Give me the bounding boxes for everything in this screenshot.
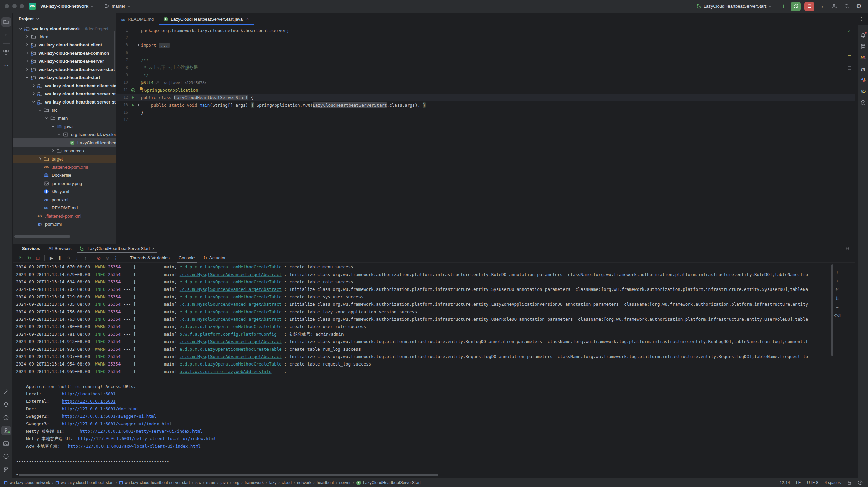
tree-toggle-icon[interactable] bbox=[30, 83, 37, 88]
console-url-link[interactable]: http://localhost:6001 bbox=[62, 391, 115, 396]
tree-toggle-icon[interactable] bbox=[24, 67, 30, 71]
tree-item--flattened-pom-xml[interactable]: </>.flattened-pom.xml bbox=[13, 212, 116, 220]
code-line-17[interactable]: 17 bbox=[116, 116, 855, 124]
run-line-icon[interactable] bbox=[130, 96, 136, 99]
structure-icon[interactable] bbox=[1, 48, 11, 57]
tree-item-wu-lazy-cloud-heartbeat-common[interactable]: wu-lazy-cloud-heartbeat-common bbox=[13, 49, 116, 57]
status-item-utf-8[interactable]: UTF-8 bbox=[807, 480, 818, 485]
editor-tab-readme-md[interactable]: M↓README.md bbox=[116, 13, 159, 25]
services-panel-tab[interactable]: Services bbox=[19, 244, 44, 253]
logger-link[interactable]: e.d.p.m.d.LazyOperationMethodCreateTable bbox=[180, 294, 282, 299]
breadcrumb-item[interactable]: java bbox=[221, 480, 228, 485]
commit-icon[interactable] bbox=[1, 30, 11, 40]
breadcrumb-item[interactable]: network bbox=[297, 480, 311, 485]
code-line-16[interactable]: 16} bbox=[116, 109, 855, 116]
notifications-bell-icon[interactable] bbox=[858, 31, 868, 40]
status-item-lf[interactable]: LF bbox=[796, 480, 801, 485]
run-configuration-widget[interactable]: LazyCloudHeartbeatServerStart bbox=[694, 2, 775, 11]
breadcrumb-item[interactable]: org bbox=[234, 480, 239, 485]
project-widget[interactable]: wu-lazy-cloud-network bbox=[38, 2, 97, 10]
breadcrumb-item[interactable]: main bbox=[206, 480, 215, 485]
breadcrumb-item[interactable]: wu-lazy-cloud-heartbeat-start bbox=[55, 480, 113, 485]
tree-item-org-framework-lazy-cloud-network-heartbeat-server[interactable]: org.framework.lazy.cloud.network.heartbe… bbox=[13, 130, 116, 138]
breadcrumb-item[interactable]: LazyCloudHeartbeatServerStart bbox=[356, 480, 421, 485]
editor-tab-lazycloudheartbeatserverstart-java[interactable]: LazyCloudHeartbeatServerStart.java× bbox=[159, 13, 254, 25]
code-line-7[interactable]: 7/** bbox=[116, 56, 855, 64]
kebab-icon[interactable]: ⋮ bbox=[112, 254, 120, 262]
code-editor[interactable]: 1package org.framework.lazy.cloud.networ… bbox=[116, 25, 855, 244]
more-actions-button[interactable]: ⋮ bbox=[818, 2, 827, 11]
maven-m-icon[interactable]: m bbox=[858, 64, 868, 74]
breadcrumb-item[interactable]: lazy bbox=[269, 480, 276, 485]
window-traffic-lights[interactable] bbox=[5, 4, 24, 8]
terminal-icon[interactable] bbox=[1, 439, 11, 448]
tree-vertical-scrollbar[interactable] bbox=[114, 31, 115, 70]
logger-link[interactable]: .c.s.m.MysqlSourceAdvancedTargetAbstract bbox=[180, 302, 282, 307]
logger-link[interactable]: .c.s.m.MysqlSourceAdvancedTargetAbstract bbox=[180, 287, 282, 292]
ai-plugin-icon[interactable] bbox=[858, 75, 868, 85]
tree-item-wu-lazy-cloud-heartbeat-server[interactable]: wu-lazy-cloud-heartbeat-server bbox=[13, 57, 116, 65]
console-url-link[interactable]: http://127.0.0.1:6001/swagger-ui.html bbox=[62, 414, 156, 419]
scroll-to-end-icon[interactable]: ⇊ bbox=[834, 294, 841, 302]
breadcrumb-item[interactable]: src bbox=[196, 480, 201, 485]
tree-item-readme-md[interactable]: M↓README.md bbox=[13, 204, 116, 212]
fold-toggle-icon[interactable] bbox=[136, 103, 141, 107]
tree-item-lazycloudheartbeatserverstart[interactable]: LazyCloudHeartbeatServerStart bbox=[13, 138, 116, 147]
clear-all-icon[interactable]: ⌫ bbox=[834, 312, 841, 319]
tree-toggle-icon[interactable] bbox=[24, 75, 30, 79]
code-line-1[interactable]: 1package org.framework.lazy.cloud.networ… bbox=[116, 26, 855, 34]
close-icon[interactable]: × bbox=[152, 246, 155, 251]
tree-item-jar-memory-png[interactable]: jar-memory.png bbox=[13, 179, 116, 187]
database-icon[interactable] bbox=[858, 42, 868, 51]
tree-horizontal-scrollbar[interactable] bbox=[14, 235, 70, 238]
code-line-8[interactable]: 8 * 云上云下-云上心跳服务器 bbox=[116, 64, 855, 71]
logger-link[interactable]: e.d.p.m.d.LazyOperationMethodCreateTable bbox=[180, 324, 282, 329]
scroll-down-icon[interactable]: ↓ bbox=[834, 277, 841, 284]
breadcrumb-item[interactable]: cloud bbox=[282, 480, 292, 485]
problems-icon[interactable] bbox=[1, 452, 11, 461]
pause-icon[interactable]: ‖ bbox=[56, 254, 64, 262]
logger-link[interactable]: .c.s.m.MysqlSourceAdvancedTargetAbstract bbox=[180, 272, 282, 277]
console-horizontal-scrollbar[interactable] bbox=[19, 474, 438, 476]
console-url-link[interactable]: http://127.0.0.1:6001 bbox=[62, 399, 115, 404]
tree-item-java[interactable]: java bbox=[13, 122, 116, 130]
tree-toggle-icon[interactable] bbox=[56, 132, 62, 136]
project-panel-header[interactable]: Project bbox=[13, 13, 116, 24]
status-item-4-spaces[interactable]: 4 spaces bbox=[825, 480, 841, 485]
tree-item--idea[interactable]: .idea bbox=[13, 33, 116, 41]
tree-toggle-icon[interactable] bbox=[37, 157, 43, 161]
settings-button[interactable]: ⚙ bbox=[854, 2, 863, 11]
editor-options-icon[interactable]: ⋮ bbox=[859, 16, 864, 22]
rerun-button[interactable] bbox=[791, 2, 801, 11]
session-tab[interactable]: LazyCloudHeartbeatServerStart × bbox=[76, 244, 158, 253]
code-with-me-button[interactable] bbox=[830, 2, 839, 11]
logger-link[interactable]: o.w.f.w.s.ui.info.LazyWebAddressInfo bbox=[180, 369, 272, 374]
services-icon[interactable] bbox=[1, 426, 11, 435]
logger-link[interactable]: o.w.f.a.platform.config.PlatformConfig bbox=[180, 332, 277, 337]
tree-item-wu-lazy-cloud-heartbeat-start[interactable]: wu-lazy-cloud-heartbeat-start bbox=[13, 73, 116, 81]
fold-toggle-icon[interactable] bbox=[136, 43, 141, 47]
console-url-link[interactable]: http://127.0.0.1:6001/acw-local-client-u… bbox=[68, 444, 201, 449]
tree-toggle-icon[interactable] bbox=[24, 35, 30, 39]
logger-link[interactable]: e.d.p.m.d.LazyOperationMethodCreateTable bbox=[180, 279, 282, 284]
tree-toggle-icon[interactable] bbox=[30, 100, 37, 104]
tree-item-src[interactable]: src bbox=[13, 106, 116, 114]
inspections-ok-icon[interactable]: ✓ bbox=[848, 28, 851, 34]
console-tab-console[interactable]: Console bbox=[174, 253, 199, 263]
console-tab-actuator[interactable]: ↻Actuator bbox=[199, 253, 230, 263]
breadcrumb-item[interactable]: wu-lazy-cloud-network bbox=[4, 480, 50, 485]
error-indicator-icon[interactable] bbox=[858, 480, 863, 485]
pause-button[interactable] bbox=[778, 2, 787, 11]
tree-toggle-icon[interactable] bbox=[50, 124, 56, 128]
code-line-6[interactable]: 6 bbox=[116, 49, 855, 56]
tree-toggle-icon[interactable] bbox=[30, 92, 37, 96]
all-services-tab[interactable]: All Services bbox=[45, 244, 75, 253]
breadcrumb-item[interactable]: framework bbox=[245, 480, 264, 485]
tree-item-resources[interactable]: resources bbox=[13, 147, 116, 155]
soft-wrap-icon[interactable]: ↵ bbox=[834, 285, 841, 293]
vcs-branch-widget[interactable]: master bbox=[102, 2, 134, 10]
close-icon[interactable]: × bbox=[246, 17, 249, 21]
stop-button[interactable] bbox=[804, 2, 814, 11]
rerun-icon[interactable]: ↻ bbox=[17, 254, 25, 262]
layers-icon[interactable] bbox=[1, 400, 11, 410]
